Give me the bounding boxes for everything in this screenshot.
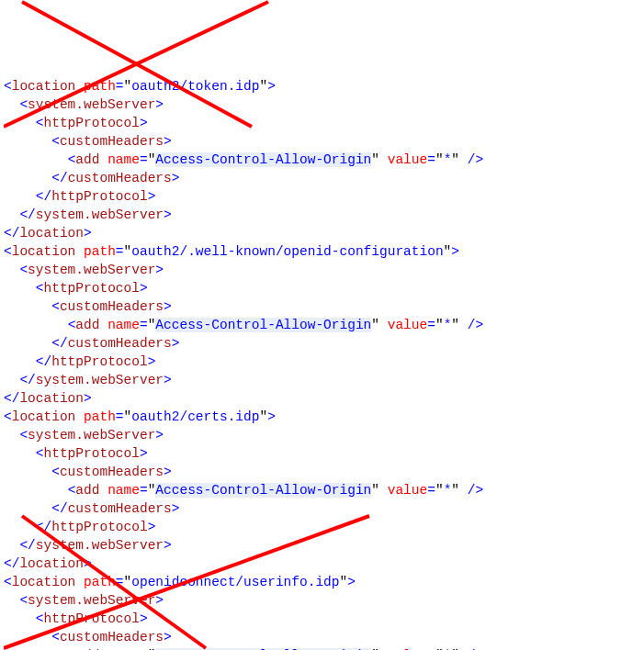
attr-path: path xyxy=(84,575,116,589)
el-ch: customHeaders xyxy=(60,299,164,314)
attr-path: path xyxy=(84,409,116,424)
val-name: Access-Control-Allow-Origin xyxy=(155,152,371,167)
val-path: openidconnect/userinfo.idp xyxy=(131,575,339,589)
attr-name: name xyxy=(107,318,140,332)
attr-value: value xyxy=(388,483,428,498)
el-location: location xyxy=(12,79,76,94)
el-hp: httpProtocol xyxy=(44,116,140,130)
el-add: add xyxy=(75,483,99,498)
xml-code-block: <location path="oauth2/token.idp"> <syst… xyxy=(4,77,640,650)
el-location: location xyxy=(12,244,76,259)
el-sws: system.webServer xyxy=(28,97,155,112)
val-path: oauth2/certs.idp xyxy=(131,409,259,424)
el-sws: system.webServer xyxy=(28,263,155,277)
attr-value: value xyxy=(388,318,428,332)
el-location: location xyxy=(12,409,76,424)
el-ch: customHeaders xyxy=(60,465,164,479)
el-sws: system.webServer xyxy=(28,428,155,443)
el-add: add xyxy=(75,318,99,332)
el-hp: httpProtocol xyxy=(44,281,140,296)
el-hp: httpProtocol xyxy=(44,446,140,461)
attr-path: path xyxy=(84,244,116,259)
val-name: Access-Control-Allow-Origin xyxy=(155,318,371,332)
el-sws: system.webServer xyxy=(28,593,155,608)
attr-name: name xyxy=(107,483,140,498)
el-ch: customHeaders xyxy=(60,630,164,644)
el-location: location xyxy=(12,575,76,589)
val-path: oauth2/.well-known/openid-configuration xyxy=(131,244,443,259)
el-hp: httpProtocol xyxy=(44,611,140,626)
val-name: Access-Control-Allow-Origin xyxy=(155,483,371,498)
el-add: add xyxy=(75,152,99,167)
val-path: oauth2/token.idp xyxy=(131,79,259,94)
attr-value: value xyxy=(388,152,428,167)
attr-name: name xyxy=(107,152,140,167)
el-ch: customHeaders xyxy=(60,134,164,149)
attr-path: path xyxy=(84,79,116,94)
